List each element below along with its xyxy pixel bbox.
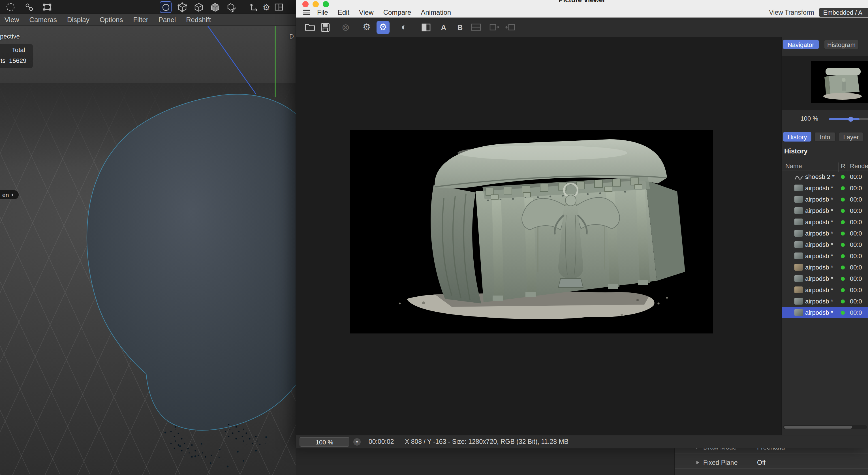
copy-b-to-a-icon[interactable] bbox=[503, 21, 516, 34]
hud-total-header: Total bbox=[12, 46, 25, 53]
render-time: 00:0 bbox=[850, 173, 862, 180]
copy-a-to-b-icon[interactable] bbox=[488, 21, 500, 34]
pv-menu-item[interactable]: Edit bbox=[338, 8, 349, 16]
attribute-row[interactable]: Fixed Plane Off bbox=[675, 457, 868, 469]
c4d-viewport[interactable]: pective D Total ts 15629 en ◐ bbox=[0, 26, 296, 475]
render-thumbnail-icon bbox=[795, 230, 803, 236]
c4d-icon-toolbar: ⚙ bbox=[0, 0, 296, 14]
disclosure-chevron-icon[interactable] bbox=[696, 461, 699, 464]
viewport-menu-item[interactable]: Options bbox=[100, 16, 123, 24]
pv-menu-item[interactable]: File bbox=[317, 8, 328, 16]
open-file-icon[interactable] bbox=[304, 21, 316, 34]
viewport-menu-item[interactable]: Filter bbox=[133, 16, 148, 24]
save-icon[interactable] bbox=[319, 21, 332, 34]
viewport-menu-item[interactable]: Redshift bbox=[186, 16, 211, 24]
history-row[interactable]: airpodsb * 00:0 bbox=[782, 182, 868, 194]
c4d-window: ⚙ ViewCamerasDisplayOptionsFilterPanelRe… bbox=[0, 0, 296, 475]
hud-row-label: ts bbox=[1, 57, 5, 64]
compare-split-icon[interactable] bbox=[420, 21, 433, 34]
pv-canvas[interactable] bbox=[296, 37, 781, 435]
history-row[interactable]: airpodsb * 00:0 bbox=[782, 239, 868, 250]
viewport-menu-item[interactable]: View bbox=[4, 16, 19, 24]
stop-render-icon[interactable]: ⊗ bbox=[339, 21, 352, 34]
render-thumbnail-icon bbox=[795, 219, 803, 225]
axis-tool-icon[interactable] bbox=[248, 1, 260, 13]
layer-chip-label: en bbox=[2, 191, 9, 198]
panel-tab[interactable]: Info bbox=[814, 132, 836, 141]
pv-menu-item[interactable]: Animation bbox=[421, 8, 451, 16]
viewport-menu-item[interactable]: Display bbox=[67, 16, 89, 24]
edges-mode-cube-icon[interactable] bbox=[192, 1, 205, 13]
render-time: 00:0 bbox=[850, 309, 862, 316]
filter-gear-active-icon[interactable]: ⚙ bbox=[376, 21, 390, 34]
attribute-label: Fixed Plane bbox=[703, 459, 738, 466]
status-dot-icon bbox=[841, 231, 845, 235]
hud-point-count: 15629 bbox=[9, 57, 26, 64]
render-time: 00:0 bbox=[850, 298, 862, 305]
model-pen-cube-icon[interactable] bbox=[225, 1, 237, 13]
attribute-value[interactable]: Off bbox=[757, 459, 766, 466]
compare-a-button[interactable]: A bbox=[437, 21, 450, 34]
pv-side-panel: NavigatorHistogram 100 % bbox=[781, 37, 868, 435]
history-item-name: airpodsb * bbox=[805, 241, 833, 248]
history-row[interactable]: airpodsb * 00:0 bbox=[782, 205, 868, 216]
camera-label: pective bbox=[0, 33, 20, 40]
history-item-name: airpodsb * bbox=[805, 219, 833, 225]
pv-menu-item[interactable]: Compare bbox=[383, 8, 411, 16]
zoom-level-field[interactable]: 100 % bbox=[300, 437, 349, 447]
render-time: 00:0 bbox=[850, 253, 862, 259]
history-row[interactable]: airpodsb * 00:0 bbox=[782, 295, 868, 307]
layer-chip[interactable]: en ◐ bbox=[0, 190, 19, 199]
history-row[interactable]: airpodsb * 00:0 bbox=[782, 307, 868, 318]
view-transform-value[interactable]: Embedded / A bbox=[819, 8, 868, 17]
viewport-menu-item[interactable]: Cameras bbox=[29, 16, 57, 24]
contrast-icon[interactable]: ◐ bbox=[398, 21, 410, 34]
compare-b-button[interactable]: B bbox=[454, 21, 467, 34]
status-dot-icon bbox=[841, 265, 845, 270]
panel-tab[interactable]: Layer bbox=[839, 132, 864, 141]
window-titlebar[interactable]: Picture Viewer bbox=[296, 0, 868, 7]
history-row[interactable]: airpodsb * 00:0 bbox=[782, 194, 868, 205]
points-mode-cube-icon[interactable] bbox=[176, 1, 188, 13]
slider-knob[interactable] bbox=[848, 117, 853, 122]
picture-viewer-window: Picture Viewer FileEditViewCompareAnimat… bbox=[296, 0, 868, 448]
viewport-layout-icon[interactable] bbox=[273, 1, 285, 13]
history-row[interactable]: shoesb 2 * 00:0 bbox=[782, 171, 868, 182]
history-item-name: airpodsb * bbox=[805, 275, 833, 282]
column-header-r[interactable]: R bbox=[841, 162, 845, 169]
active-tool-icon[interactable] bbox=[160, 1, 172, 13]
hamburger-menu-icon[interactable] bbox=[303, 10, 310, 15]
viewport-menu-item[interactable]: Panel bbox=[159, 16, 176, 24]
render-time: 00:0 bbox=[850, 264, 862, 271]
zoom-dropdown-icon[interactable]: ▾ bbox=[353, 438, 361, 446]
column-header-rendertime[interactable]: Rende bbox=[850, 162, 868, 169]
polygons-mode-cube-icon[interactable] bbox=[209, 1, 221, 13]
panel-tab[interactable]: Histogram bbox=[824, 40, 859, 49]
status-dot-icon bbox=[841, 198, 845, 201]
compare-frame-icon[interactable] bbox=[469, 21, 483, 34]
panel-tab[interactable]: History bbox=[783, 132, 811, 141]
navigator-zoom-slider[interactable] bbox=[829, 118, 868, 120]
scrollbar-thumb[interactable] bbox=[784, 426, 852, 429]
render-time: 00:0 bbox=[850, 286, 862, 293]
joints-icon[interactable] bbox=[23, 1, 35, 13]
history-row[interactable]: airpodsb * 00:0 bbox=[782, 273, 868, 284]
pv-toolbar: ⊗ ⚙ ⚙ ◐ A B bbox=[296, 18, 868, 37]
capture-box-icon[interactable] bbox=[41, 1, 53, 13]
live-selection-icon[interactable] bbox=[4, 1, 17, 13]
history-row[interactable]: airpodsb * 00:0 bbox=[782, 261, 868, 273]
history-row[interactable]: airpodsb * 00:0 bbox=[782, 228, 868, 239]
history-row[interactable]: airpodsb * 00:0 bbox=[782, 250, 868, 261]
panel-tab[interactable]: Navigator bbox=[783, 40, 819, 49]
render-time: 00:0 bbox=[850, 219, 862, 225]
history-row[interactable]: airpodsb * 00:0 bbox=[782, 284, 868, 295]
history-row[interactable]: airpodsb * 00:0 bbox=[782, 216, 868, 228]
navigator-view[interactable] bbox=[782, 56, 868, 110]
viewport-grid bbox=[0, 83, 296, 475]
settings-gear-icon[interactable]: ⚙ bbox=[260, 1, 272, 13]
column-header-name[interactable]: Name bbox=[785, 162, 802, 169]
pv-menu-item[interactable]: View bbox=[359, 8, 374, 16]
render-settings-gear-icon[interactable]: ⚙ bbox=[360, 21, 373, 34]
history-horizontal-scrollbar[interactable] bbox=[783, 425, 867, 429]
column-divider bbox=[848, 162, 848, 172]
